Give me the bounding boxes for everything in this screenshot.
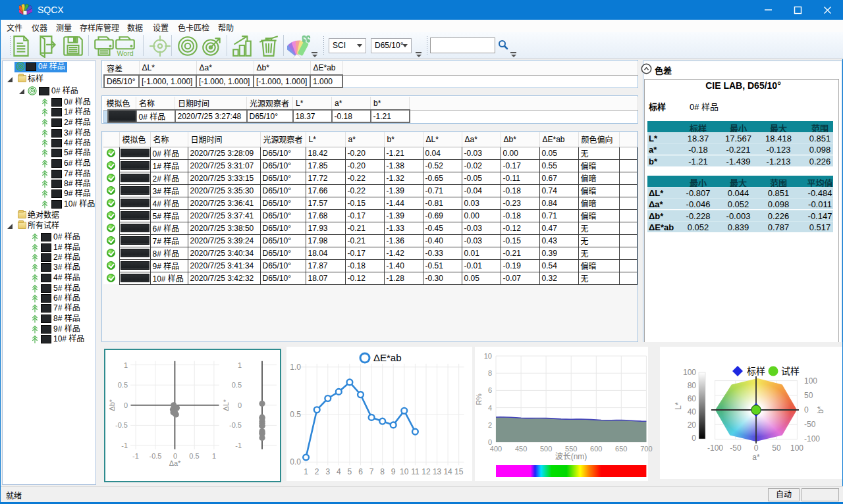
svg-text:-100: -100	[707, 443, 723, 453]
svg-text:0.5: 0.5	[189, 452, 199, 460]
svg-text:a*: a*	[752, 453, 760, 462]
svg-text:-1: -1	[121, 441, 128, 449]
svg-text:-1: -1	[235, 441, 242, 449]
svg-text:0.0: 0.0	[290, 457, 301, 466]
svg-text:8: 8	[380, 467, 385, 476]
svg-text:1: 1	[304, 467, 308, 476]
svg-text:1: 1	[238, 361, 242, 369]
svg-text:ΔE*ab: ΔE*ab	[373, 352, 402, 363]
svg-text:0: 0	[124, 401, 128, 409]
svg-text:60: 60	[688, 394, 697, 403]
svg-text:0.5: 0.5	[118, 381, 128, 389]
svg-text:11: 11	[411, 467, 420, 476]
svg-text:-100: -100	[804, 434, 820, 443]
svg-text:8: 8	[488, 369, 492, 377]
svg-text:400: 400	[490, 445, 502, 453]
svg-text:450: 450	[515, 445, 527, 453]
svg-text:试样: 试样	[781, 366, 800, 376]
svg-text:4: 4	[337, 467, 341, 476]
svg-text:10: 10	[400, 467, 409, 476]
svg-text:-0.5: -0.5	[115, 421, 128, 429]
svg-text:650: 650	[615, 445, 627, 453]
svg-text:600: 600	[590, 445, 602, 453]
svg-text:12: 12	[422, 467, 431, 476]
svg-text:13: 13	[433, 467, 442, 476]
svg-text:50: 50	[804, 391, 813, 400]
svg-text:-0.5: -0.5	[150, 452, 162, 460]
svg-text:0: 0	[692, 434, 696, 443]
svg-text:L*: L*	[674, 402, 683, 410]
svg-text:Δa*: Δa*	[169, 459, 181, 467]
svg-text:1: 1	[124, 361, 128, 369]
svg-text:40: 40	[688, 407, 697, 416]
svg-text:15: 15	[454, 467, 464, 476]
svg-text:9: 9	[391, 467, 396, 476]
svg-text:1.0: 1.0	[290, 363, 301, 372]
svg-text:0.5: 0.5	[290, 410, 301, 419]
svg-text:20: 20	[688, 420, 697, 430]
svg-text:-0.5: -0.5	[229, 421, 242, 429]
svg-text:5: 5	[348, 467, 352, 476]
svg-text:6: 6	[358, 467, 363, 476]
svg-text:6: 6	[488, 386, 492, 394]
svg-text:7: 7	[369, 467, 374, 476]
svg-text:14: 14	[443, 467, 452, 476]
svg-text:100: 100	[804, 376, 817, 386]
svg-text:0: 0	[754, 443, 759, 453]
svg-text:1: 1	[212, 452, 216, 460]
svg-text:10: 10	[484, 352, 492, 360]
svg-text:0.5: 0.5	[232, 381, 242, 389]
svg-text:-1: -1	[132, 452, 139, 460]
svg-text:3: 3	[325, 467, 330, 476]
svg-text:50: 50	[772, 443, 781, 453]
svg-text:0: 0	[804, 405, 809, 415]
svg-text:ΔL*: ΔL*	[222, 399, 230, 411]
svg-text:700: 700	[640, 445, 652, 453]
svg-text:b*: b*	[816, 406, 825, 414]
svg-text:80: 80	[688, 381, 697, 390]
svg-text:波长(nm): 波长(nm)	[555, 452, 587, 461]
svg-text:R%: R%	[475, 393, 483, 405]
svg-text:4: 4	[488, 404, 492, 412]
svg-text:2: 2	[315, 467, 319, 476]
svg-text:-50: -50	[804, 420, 816, 429]
svg-text:500: 500	[540, 445, 552, 453]
svg-text:-50: -50	[730, 443, 742, 453]
svg-text:100: 100	[790, 443, 803, 453]
svg-text:标样: 标样	[747, 366, 765, 376]
svg-text:0: 0	[238, 401, 242, 409]
svg-text:100: 100	[683, 368, 696, 377]
svg-text:2: 2	[488, 421, 492, 429]
svg-text:Δb*: Δb*	[108, 399, 116, 411]
svg-text:Word: Word	[117, 49, 133, 57]
